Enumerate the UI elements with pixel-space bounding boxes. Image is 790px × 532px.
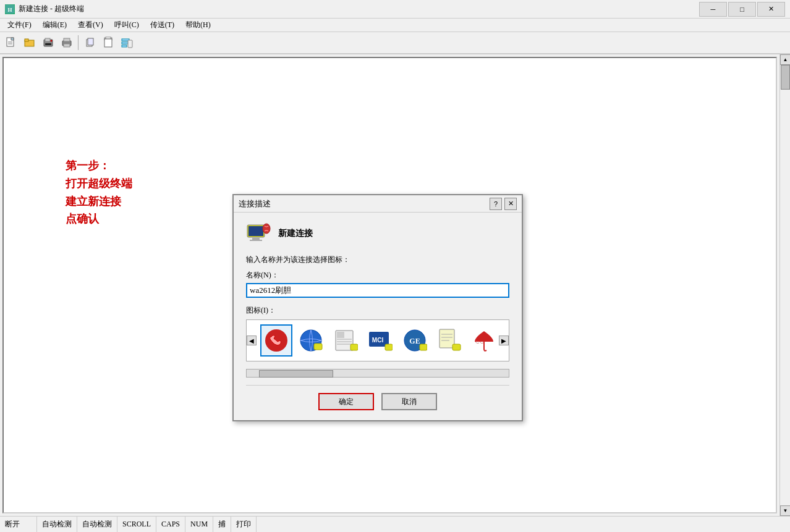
dialog-cancel-btn[interactable]: 取消 bbox=[381, 393, 437, 410]
icon-item-1[interactable] bbox=[260, 324, 292, 357]
status-scroll: SCROLL bbox=[117, 517, 156, 532]
svg-point-10 bbox=[51, 40, 53, 42]
status-bar: 断开 自动检测 自动检测 SCROLL CAPS NUM 捕 打印 bbox=[0, 516, 790, 532]
svg-rect-43 bbox=[440, 329, 454, 348]
dialog-title: 连接描述 bbox=[239, 198, 490, 209]
dialog-icon-scroll: ◀ bbox=[246, 319, 509, 361]
content-pane: 第一步： 打开超级终端 建立新连接 点确认 连接描述 ? ✕ bbox=[2, 57, 777, 513]
icon-item-6[interactable] bbox=[433, 324, 465, 357]
svg-rect-47 bbox=[452, 344, 461, 350]
icon-scroll-left[interactable]: ◀ bbox=[247, 336, 257, 345]
dialog-controls: ? ✕ bbox=[490, 198, 517, 210]
dialog-separator bbox=[246, 385, 509, 386]
toolbar-edit-btn[interactable] bbox=[118, 34, 135, 51]
dialog-prompt: 输入名称并为该连接选择图标： bbox=[246, 255, 509, 265]
toolbar bbox=[0, 32, 790, 54]
svg-rect-30 bbox=[314, 344, 322, 350]
maximize-button[interactable]: □ bbox=[728, 2, 756, 17]
instruction-line3: 建立新连接 bbox=[66, 193, 132, 211]
svg-rect-36 bbox=[350, 344, 358, 350]
svg-rect-6 bbox=[25, 39, 28, 41]
menu-bar: 文件(F) 编辑(E) 查看(V) 呼叫(C) 传送(T) 帮助(H) bbox=[0, 19, 790, 32]
svg-text:MCI: MCI bbox=[372, 337, 384, 344]
svg-rect-12 bbox=[64, 38, 70, 41]
dialog-help-btn[interactable]: ? bbox=[490, 198, 502, 210]
title-bar: H 新建连接 - 超级终端 ─ □ ✕ bbox=[0, 0, 790, 19]
svg-rect-8 bbox=[45, 38, 50, 41]
svg-rect-21 bbox=[122, 45, 127, 47]
dialog-name-label: 名称(N)： bbox=[246, 270, 509, 281]
scrollbar-right: ▲ ▼ bbox=[779, 54, 790, 516]
icon-scrollbar[interactable] bbox=[246, 369, 509, 378]
menu-view[interactable]: 查看(V) bbox=[73, 19, 108, 32]
instruction-line1: 第一步： bbox=[66, 157, 132, 175]
toolbar-copy-btn[interactable] bbox=[81, 34, 98, 51]
icon-item-4[interactable]: MCI bbox=[364, 324, 396, 357]
status-capture: 捕 bbox=[213, 517, 231, 532]
dialog-confirm-btn[interactable]: 确定 bbox=[318, 393, 374, 410]
instruction-line2: 打开超级终端 bbox=[66, 175, 132, 193]
minimize-button[interactable]: ─ bbox=[699, 2, 727, 17]
app-icon: H bbox=[5, 4, 15, 14]
dialog-header-title: 新建连接 bbox=[278, 228, 313, 239]
scroll-up-btn[interactable]: ▲ bbox=[780, 54, 790, 65]
dialog-titlebar: 连接描述 ? ✕ bbox=[234, 195, 522, 213]
dialog-name-input[interactable] bbox=[246, 283, 509, 298]
svg-point-27 bbox=[263, 224, 270, 234]
icon-scroll-right[interactable]: ▶ bbox=[499, 336, 509, 345]
svg-rect-39 bbox=[385, 344, 393, 350]
toolbar-new-btn[interactable] bbox=[2, 34, 20, 51]
toolbar-fax-btn[interactable] bbox=[40, 34, 57, 51]
connection-dialog: 连接描述 ? ✕ bbox=[232, 194, 523, 421]
toolbar-sep-1 bbox=[78, 35, 79, 50]
dialog-close-btn[interactable]: ✕ bbox=[504, 198, 517, 210]
toolbar-open-btn[interactable] bbox=[21, 34, 38, 51]
svg-rect-15 bbox=[88, 38, 93, 45]
scroll-thumb[interactable] bbox=[781, 65, 790, 90]
status-num: NUM bbox=[185, 517, 213, 532]
status-auto1: 自动检测 bbox=[37, 517, 77, 532]
icon-item-5[interactable]: GE bbox=[399, 324, 431, 357]
svg-text:H: H bbox=[7, 7, 12, 13]
dialog-header-icon bbox=[246, 222, 271, 245]
dialog-buttons: 确定 取消 bbox=[246, 393, 509, 410]
menu-edit[interactable]: 编辑(E) bbox=[38, 19, 72, 32]
icon-scrollbar-thumb[interactable] bbox=[259, 370, 333, 378]
status-disconnect: 断开 bbox=[0, 517, 37, 532]
icon-scroll-inner: MCI GE bbox=[258, 322, 503, 359]
toolbar-print-btn[interactable] bbox=[58, 34, 75, 51]
menu-call[interactable]: 呼叫(C) bbox=[109, 19, 144, 32]
dialog-header: 新建连接 bbox=[246, 222, 509, 245]
toolbar-paste-btn[interactable] bbox=[100, 34, 117, 51]
menu-file[interactable]: 文件(F) bbox=[2, 19, 36, 32]
status-print: 打印 bbox=[231, 517, 257, 532]
window-controls: ─ □ ✕ bbox=[699, 2, 785, 17]
svg-text:GE: GE bbox=[409, 337, 420, 345]
scroll-track bbox=[780, 65, 790, 505]
dialog-icon-label: 图标(I)： bbox=[246, 305, 509, 316]
svg-rect-26 bbox=[250, 240, 262, 241]
svg-rect-18 bbox=[104, 39, 112, 47]
dialog-body: 新建连接 输入名称并为该连接选择图标： 名称(N)： 图标(I)： ◀ bbox=[234, 213, 522, 420]
main-area: 第一步： 打开超级终端 建立新连接 点确认 连接描述 ? ✕ bbox=[0, 54, 790, 516]
window-title: 新建连接 - 超级终端 bbox=[19, 4, 699, 14]
scroll-down-btn[interactable]: ▼ bbox=[780, 505, 790, 516]
status-auto2: 自动检测 bbox=[77, 517, 117, 532]
icon-item-2[interactable] bbox=[295, 324, 327, 357]
svg-rect-32 bbox=[337, 332, 344, 338]
svg-rect-24 bbox=[248, 226, 263, 236]
status-caps: CAPS bbox=[156, 517, 185, 532]
close-button[interactable]: ✕ bbox=[757, 2, 785, 17]
icon-item-3[interactable] bbox=[329, 324, 362, 357]
icon-item-7[interactable] bbox=[468, 324, 500, 357]
menu-help[interactable]: 帮助(H) bbox=[181, 19, 216, 32]
svg-rect-42 bbox=[420, 344, 427, 350]
menu-transfer[interactable]: 传送(T) bbox=[145, 19, 179, 32]
instruction-line4: 点确认 bbox=[66, 210, 132, 228]
svg-rect-9 bbox=[45, 43, 51, 45]
instruction-text: 第一步： 打开超级终端 建立新连接 点确认 bbox=[66, 157, 132, 228]
svg-rect-22 bbox=[128, 40, 132, 48]
svg-rect-13 bbox=[64, 44, 70, 47]
